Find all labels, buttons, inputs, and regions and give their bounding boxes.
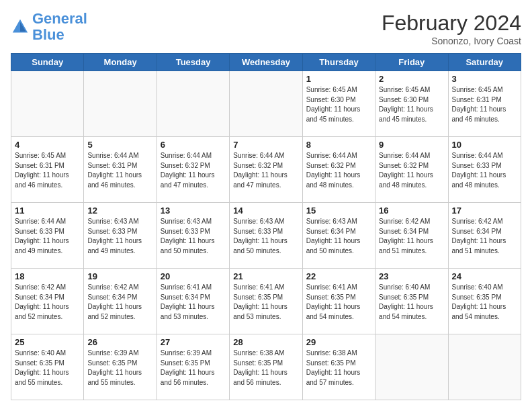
day-info: Sunrise: 6:44 AMSunset: 6:33 PMDaylight:… xyxy=(452,151,517,190)
col-friday: Friday xyxy=(375,54,448,71)
day-info: Sunrise: 6:45 AMSunset: 6:31 PMDaylight:… xyxy=(15,151,80,190)
cell-w2-d4: 7Sunrise: 6:44 AMSunset: 6:32 PMDaylight… xyxy=(230,137,302,203)
day-number: 24 xyxy=(452,271,517,281)
day-number: 20 xyxy=(161,271,226,281)
day-number: 21 xyxy=(233,271,298,281)
logo-line1: General xyxy=(32,10,87,27)
day-number: 23 xyxy=(379,271,444,281)
day-number: 6 xyxy=(161,140,226,150)
day-number: 26 xyxy=(87,337,152,347)
day-info: Sunrise: 6:45 AMSunset: 6:30 PMDaylight:… xyxy=(306,85,371,124)
cell-w1-d3 xyxy=(157,71,229,137)
cell-w2-d3: 6Sunrise: 6:44 AMSunset: 6:32 PMDaylight… xyxy=(157,137,229,203)
day-number: 2 xyxy=(379,74,444,84)
day-info: Sunrise: 6:41 AMSunset: 6:35 PMDaylight:… xyxy=(306,283,371,322)
day-info: Sunrise: 6:44 AMSunset: 6:32 PMDaylight:… xyxy=(379,151,444,190)
day-info: Sunrise: 6:44 AMSunset: 6:32 PMDaylight:… xyxy=(233,151,298,190)
day-info: Sunrise: 6:43 AMSunset: 6:33 PMDaylight:… xyxy=(87,217,152,256)
day-info: Sunrise: 6:44 AMSunset: 6:32 PMDaylight:… xyxy=(161,151,226,190)
cell-w3-d3: 13Sunrise: 6:43 AMSunset: 6:33 PMDayligh… xyxy=(157,203,229,269)
cell-w5-d4: 28Sunrise: 6:38 AMSunset: 6:35 PMDayligh… xyxy=(230,334,302,400)
day-info: Sunrise: 6:38 AMSunset: 6:35 PMDaylight:… xyxy=(306,349,371,387)
day-info: Sunrise: 6:42 AMSunset: 6:34 PMDaylight:… xyxy=(379,217,444,256)
cell-w3-d4: 14Sunrise: 6:43 AMSunset: 6:33 PMDayligh… xyxy=(230,203,302,269)
day-number: 25 xyxy=(15,337,80,347)
day-number: 17 xyxy=(452,205,517,216)
day-number: 7 xyxy=(233,140,298,150)
week-row-4: 18Sunrise: 6:42 AMSunset: 6:34 PMDayligh… xyxy=(11,269,521,334)
day-info: Sunrise: 6:43 AMSunset: 6:34 PMDaylight:… xyxy=(306,217,371,256)
cell-w3-d6: 16Sunrise: 6:42 AMSunset: 6:34 PMDayligh… xyxy=(375,203,448,269)
subtitle: Sononzo, Ivory Coast xyxy=(382,36,521,46)
cell-w4-d1: 18Sunrise: 6:42 AMSunset: 6:34 PMDayligh… xyxy=(11,269,84,334)
col-thursday: Thursday xyxy=(302,54,375,71)
day-number: 12 xyxy=(87,205,152,216)
cell-w5-d3: 27Sunrise: 6:39 AMSunset: 6:35 PMDayligh… xyxy=(157,334,229,400)
day-info: Sunrise: 6:39 AMSunset: 6:35 PMDaylight:… xyxy=(161,349,226,387)
cell-w3-d2: 12Sunrise: 6:43 AMSunset: 6:33 PMDayligh… xyxy=(84,203,157,269)
day-number: 1 xyxy=(306,74,371,84)
day-number: 15 xyxy=(306,205,371,216)
week-row-2: 4Sunrise: 6:45 AMSunset: 6:31 PMDaylight… xyxy=(11,137,521,203)
day-number: 9 xyxy=(379,140,444,150)
logo-text: General Blue xyxy=(32,11,87,43)
cell-w1-d4 xyxy=(230,71,302,137)
day-info: Sunrise: 6:42 AMSunset: 6:34 PMDaylight:… xyxy=(452,217,517,256)
day-number: 11 xyxy=(15,205,80,216)
day-info: Sunrise: 6:39 AMSunset: 6:35 PMDaylight:… xyxy=(87,349,152,387)
cell-w1-d7: 3Sunrise: 6:45 AMSunset: 6:31 PMDaylight… xyxy=(448,71,521,137)
page: General Blue February 2024 Sononzo, Ivor… xyxy=(0,0,532,411)
day-number: 4 xyxy=(15,140,80,150)
cell-w4-d3: 20Sunrise: 6:41 AMSunset: 6:34 PMDayligh… xyxy=(157,269,229,334)
day-info: Sunrise: 6:42 AMSunset: 6:34 PMDaylight:… xyxy=(87,283,152,322)
day-info: Sunrise: 6:40 AMSunset: 6:35 PMDaylight:… xyxy=(379,283,444,322)
cell-w2-d1: 4Sunrise: 6:45 AMSunset: 6:31 PMDaylight… xyxy=(11,137,84,203)
cell-w5-d5: 29Sunrise: 6:38 AMSunset: 6:35 PMDayligh… xyxy=(302,334,375,400)
cell-w5-d6 xyxy=(375,334,448,400)
cell-w3-d1: 11Sunrise: 6:44 AMSunset: 6:33 PMDayligh… xyxy=(11,203,84,269)
day-number: 3 xyxy=(452,74,517,84)
header-row: Sunday Monday Tuesday Wednesday Thursday… xyxy=(11,54,521,71)
cell-w4-d7: 24Sunrise: 6:40 AMSunset: 6:35 PMDayligh… xyxy=(448,269,521,334)
cell-w2-d5: 8Sunrise: 6:44 AMSunset: 6:32 PMDaylight… xyxy=(302,137,375,203)
day-info: Sunrise: 6:45 AMSunset: 6:31 PMDaylight:… xyxy=(452,85,517,124)
calendar-table: Sunday Monday Tuesday Wednesday Thursday… xyxy=(11,53,521,400)
col-saturday: Saturday xyxy=(448,54,521,71)
day-info: Sunrise: 6:44 AMSunset: 6:33 PMDaylight:… xyxy=(15,217,80,256)
day-info: Sunrise: 6:40 AMSunset: 6:35 PMDaylight:… xyxy=(452,283,517,322)
day-number: 18 xyxy=(15,271,80,281)
cell-w5-d2: 26Sunrise: 6:39 AMSunset: 6:35 PMDayligh… xyxy=(84,334,157,400)
header: General Blue February 2024 Sononzo, Ivor… xyxy=(11,11,521,46)
day-info: Sunrise: 6:41 AMSunset: 6:34 PMDaylight:… xyxy=(161,283,226,322)
day-number: 19 xyxy=(87,271,152,281)
cell-w4-d5: 22Sunrise: 6:41 AMSunset: 6:35 PMDayligh… xyxy=(302,269,375,334)
cell-w5-d1: 25Sunrise: 6:40 AMSunset: 6:35 PMDayligh… xyxy=(11,334,84,400)
logo-line2: Blue xyxy=(32,26,64,43)
week-row-5: 25Sunrise: 6:40 AMSunset: 6:35 PMDayligh… xyxy=(11,334,521,400)
cell-w3-d7: 17Sunrise: 6:42 AMSunset: 6:34 PMDayligh… xyxy=(448,203,521,269)
logo-icon xyxy=(11,17,30,36)
col-wednesday: Wednesday xyxy=(230,54,302,71)
cell-w5-d7 xyxy=(448,334,521,400)
calendar-body: 1Sunrise: 6:45 AMSunset: 6:30 PMDaylight… xyxy=(11,71,521,400)
day-number: 10 xyxy=(452,140,517,150)
day-number: 14 xyxy=(233,205,298,216)
cell-w2-d6: 9Sunrise: 6:44 AMSunset: 6:32 PMDaylight… xyxy=(375,137,448,203)
day-number: 22 xyxy=(306,271,371,281)
day-info: Sunrise: 6:41 AMSunset: 6:35 PMDaylight:… xyxy=(233,283,298,322)
calendar-header: Sunday Monday Tuesday Wednesday Thursday… xyxy=(11,54,521,71)
day-info: Sunrise: 6:44 AMSunset: 6:31 PMDaylight:… xyxy=(87,151,152,190)
col-monday: Monday xyxy=(84,54,157,71)
day-number: 27 xyxy=(161,337,226,347)
cell-w2-d7: 10Sunrise: 6:44 AMSunset: 6:33 PMDayligh… xyxy=(448,137,521,203)
week-row-1: 1Sunrise: 6:45 AMSunset: 6:30 PMDaylight… xyxy=(11,71,521,137)
day-info: Sunrise: 6:38 AMSunset: 6:35 PMDaylight:… xyxy=(233,349,298,387)
day-info: Sunrise: 6:44 AMSunset: 6:32 PMDaylight:… xyxy=(306,151,371,190)
cell-w3-d5: 15Sunrise: 6:43 AMSunset: 6:34 PMDayligh… xyxy=(302,203,375,269)
day-number: 13 xyxy=(161,205,226,216)
cell-w1-d1 xyxy=(11,71,84,137)
day-number: 29 xyxy=(306,337,371,347)
day-number: 5 xyxy=(87,140,152,150)
cell-w1-d2 xyxy=(84,71,157,137)
day-info: Sunrise: 6:45 AMSunset: 6:30 PMDaylight:… xyxy=(379,85,444,124)
